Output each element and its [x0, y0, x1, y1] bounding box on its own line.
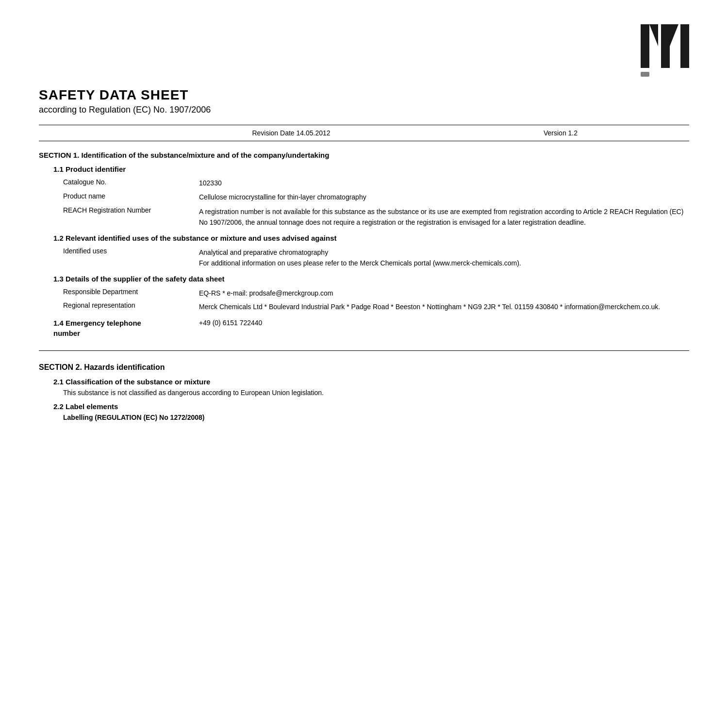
identified-row: Identified uses Analytical and preparati…: [63, 247, 689, 269]
identified-value-line2: For additional information on uses pleas…: [199, 258, 689, 268]
regional-label: Regional representation: [63, 301, 199, 312]
identified-value: Analytical and preparative chromatograph…: [199, 247, 689, 269]
merck-logo-icon: [631, 15, 699, 78]
revision-bar: Revision Date 14.05.2012 Version 1.2: [39, 125, 689, 141]
section1: SECTION 1. Identification of the substan…: [39, 151, 689, 338]
catalogue-label: Catalogue No.: [63, 178, 199, 188]
svg-marker-4: [670, 24, 678, 46]
regional-value: Merck Chemicals Ltd * Boulevard Industri…: [199, 301, 689, 312]
emergency-value: +49 (0) 6151 722440: [199, 318, 689, 327]
svg-rect-0: [641, 24, 649, 68]
identified-value-line1: Analytical and preparative chromatograph…: [199, 247, 689, 258]
subsection2-1-heading: 2.1 Classification of the substance or m…: [53, 378, 689, 386]
product-name-value: Cellulose microcrystalline for thin-laye…: [199, 192, 689, 202]
emergency-label-text: 1.4 Emergency telephone number: [53, 319, 141, 337]
subsection1-2-heading: 1.2 Relevant identified uses of the subs…: [53, 234, 689, 242]
catalogue-row: Catalogue No. 102330: [63, 178, 689, 188]
svg-marker-3: [649, 24, 658, 46]
sub-title: according to Regulation (EC) No. 1907/20…: [39, 105, 689, 115]
reach-row: REACH Registration Number A registration…: [63, 206, 689, 228]
section-divider: [39, 350, 689, 351]
section2: SECTION 2. Hazards identification 2.1 Cl…: [39, 363, 689, 421]
catalogue-value: 102330: [199, 178, 689, 188]
emergency-row: 1.4 Emergency telephone number +49 (0) 6…: [53, 318, 689, 338]
subsection2-2-heading: 2.2 Label elements: [53, 402, 689, 411]
section1-heading: SECTION 1. Identification of the substan…: [39, 151, 689, 159]
product-name-row: Product name Cellulose microcrystalline …: [63, 192, 689, 202]
product-name-label: Product name: [63, 192, 199, 202]
svg-rect-2: [680, 24, 689, 68]
subsection2-2-subheading: Labelling (REGULATION (EC) No 1272/2008): [63, 414, 689, 421]
header-section: SAFETY DATA SHEET according to Regulatio…: [39, 87, 689, 115]
svg-rect-5: [641, 72, 649, 77]
revision-version: Version 1.2: [544, 129, 689, 137]
page: SAFETY DATA SHEET according to Regulatio…: [0, 0, 728, 728]
identified-label: Identified uses: [63, 247, 199, 269]
section2-heading: SECTION 2. Hazards identification: [39, 363, 689, 372]
main-title: SAFETY DATA SHEET: [39, 87, 689, 103]
responsible-row: Responsible Department EQ-RS * e-mail: p…: [63, 288, 689, 298]
reach-value: A registration number is not available f…: [199, 206, 689, 228]
subsection1-1-heading: 1.1 Product identifier: [53, 165, 689, 173]
emergency-label: 1.4 Emergency telephone number: [53, 318, 199, 338]
reach-label: REACH Registration Number: [63, 206, 199, 228]
revision-date: Revision Date 14.05.2012: [39, 129, 544, 137]
svg-rect-1: [661, 24, 670, 68]
responsible-label: Responsible Department: [63, 288, 199, 298]
logo-area: [631, 15, 699, 79]
responsible-value: EQ-RS * e-mail: prodsafe@merckgroup.com: [199, 288, 689, 298]
regional-row: Regional representation Merck Chemicals …: [63, 301, 689, 312]
subsection1-3-heading: 1.3 Details of the supplier of the safet…: [53, 275, 689, 283]
subsection2-1-text: This substance is not classified as dang…: [63, 389, 689, 397]
